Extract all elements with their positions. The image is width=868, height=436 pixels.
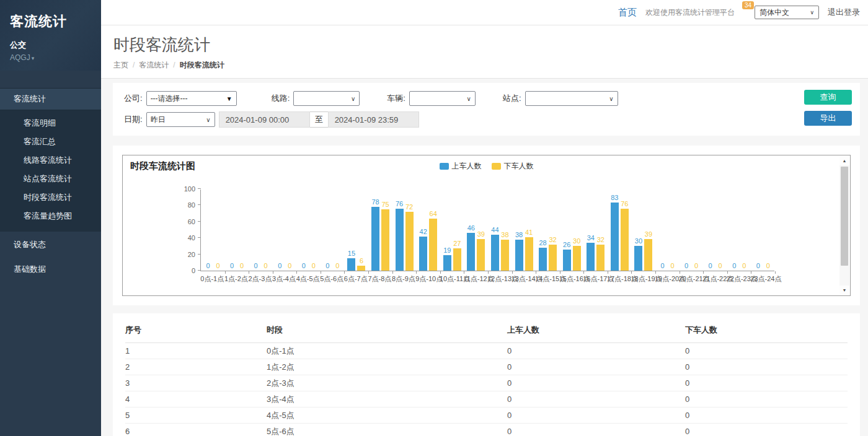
bar-上车人数[interactable] (419, 237, 427, 271)
table-row: 54点-5点00 (125, 408, 848, 424)
chevron-down-icon: ∨ (810, 9, 814, 15)
table-row: 32点-3点00 (125, 375, 848, 391)
bar-value-label: 41 (521, 229, 537, 236)
scrollbar-thumb[interactable] (841, 167, 848, 266)
x-axis-tick (344, 271, 345, 274)
table-cell: 0 (507, 391, 685, 408)
x-axis-label: 15点-16点 (559, 274, 583, 284)
bar-group: 3841 (512, 189, 536, 271)
bar-上车人数[interactable] (587, 243, 595, 271)
language-select[interactable]: 简体中文 ∨ (755, 6, 819, 19)
bar-上车人数[interactable] (634, 246, 642, 271)
bar-下车人数[interactable] (429, 219, 437, 271)
bar-下车人数[interactable] (405, 212, 414, 271)
sidebar-item-客流量趋势图[interactable]: 客流量趋势图 (0, 207, 101, 225)
breadcrumb-item[interactable]: 主页 (113, 61, 128, 69)
station-select[interactable]: ∨ (525, 91, 618, 106)
filter-row-2: 日期: 昨日 ∨ 2024-01-09 00:00 至 2024-01-09 2… (124, 111, 850, 128)
bar-group: 4264 (416, 189, 440, 271)
bar-下车人数[interactable] (596, 245, 604, 271)
bar-上车人数[interactable] (611, 203, 619, 271)
table-header-cell: 序号 (125, 315, 267, 343)
x-axis-tick (416, 271, 417, 274)
y-axis-tick (198, 254, 201, 255)
table-panel: 序号时段上车人数下车人数 10点-1点0021点-2点0032点-3点0043点… (113, 313, 860, 436)
bar-下车人数[interactable] (549, 245, 557, 271)
bar-下车人数[interactable] (621, 209, 629, 271)
x-axis-tick (464, 271, 464, 274)
chart-title: 时段车流统计图 (130, 160, 195, 172)
date-preset-select[interactable]: 昨日 ∨ (146, 112, 215, 127)
sidebar-item-客流明细[interactable]: 客流明细 (0, 114, 101, 133)
sidebar-item-客流汇总[interactable]: 客流汇总 (0, 133, 101, 151)
bar-下车人数[interactable] (381, 209, 389, 271)
date-start-input[interactable]: 2024-01-09 00:00 (219, 111, 310, 128)
company-select[interactable]: ---请选择--- ▼ (146, 91, 237, 106)
user-dropdown[interactable]: AQGJ▾ (10, 53, 91, 62)
bar-下车人数[interactable] (453, 248, 461, 271)
export-button[interactable]: 导出 (804, 111, 852, 126)
breadcrumb-item[interactable]: 客流统计 (139, 61, 169, 69)
breadcrumb-separator: / (173, 61, 175, 69)
scroll-down-icon[interactable]: ▼ (839, 286, 849, 295)
chart-scrollbar[interactable]: ▲ ▼ (839, 156, 849, 295)
bar-下车人数[interactable] (501, 240, 509, 271)
x-axis-tick (631, 271, 632, 274)
sidebar-item-时段客流统计[interactable]: 时段客流统计 (0, 188, 101, 207)
bar-group: 00 (225, 189, 249, 271)
date-label: 日期: (124, 114, 143, 125)
bar-下车人数[interactable] (477, 239, 485, 271)
language-value: 简体中文 (760, 7, 789, 18)
bar-上车人数[interactable] (515, 240, 523, 271)
bar-上车人数[interactable] (563, 250, 571, 271)
bar-下车人数[interactable] (525, 237, 533, 271)
x-axis-label: 16点-17点 (583, 274, 607, 284)
sidebar-item-设备状态[interactable]: 设备状态 (0, 233, 101, 256)
table-header-cell: 上车人数 (507, 315, 685, 343)
sidebar-item-线路客流统计[interactable]: 线路客流统计 (0, 151, 101, 170)
sidebar-section-passenger-stats[interactable]: 客流统计 (0, 88, 101, 110)
query-button[interactable]: 查询 (804, 90, 852, 105)
x-axis-tick (680, 271, 680, 274)
x-axis-tick (655, 271, 656, 274)
bar-上车人数[interactable] (396, 209, 404, 271)
vehicle-select[interactable]: ∨ (409, 91, 476, 106)
line-select[interactable]: ∨ (293, 91, 360, 106)
bar-上车人数[interactable] (371, 207, 379, 271)
bar-value-label: 32 (593, 236, 609, 243)
topbar: 首页 欢迎使用客流统计管理平台 34 简体中文 ∨ 退出登录 (101, 0, 868, 25)
bar-下车人数[interactable] (573, 246, 581, 271)
bar-group: 00 (655, 189, 680, 271)
legend-item-上车人数[interactable]: 上车人数 (440, 161, 482, 172)
bar-上车人数[interactable] (467, 233, 475, 271)
x-axis-label: 10点-11点 (440, 274, 464, 284)
scroll-up-icon[interactable]: ▲ (839, 156, 849, 165)
table-cell: 0 (507, 343, 685, 359)
time-period-table: 序号时段上车人数下车人数 10点-1点0021点-2点0032点-3点0043点… (125, 315, 848, 436)
legend-item-下车人数[interactable]: 下车人数 (492, 161, 534, 172)
date-end-input[interactable]: 2024-01-09 23:59 (328, 111, 419, 128)
bar-下车人数[interactable] (357, 266, 365, 271)
station-label: 站点: (503, 93, 521, 104)
logout-link[interactable]: 退出登录 (828, 7, 860, 18)
table-body: 10点-1点0021点-2点0032点-3点0043点-4点0054点-5点00… (125, 343, 848, 436)
bar-下车人数[interactable] (644, 239, 652, 271)
bar-上车人数[interactable] (443, 255, 451, 271)
bar-group: 00 (249, 189, 273, 271)
bar-group: 00 (273, 189, 297, 271)
bar-上车人数[interactable] (539, 248, 547, 271)
bar-group: 7672 (392, 189, 417, 271)
x-axis-label: 12点-13点 (487, 274, 512, 284)
legend-label: 上车人数 (452, 161, 482, 172)
bar-group: 00 (680, 189, 704, 271)
home-link[interactable]: 首页 (618, 7, 637, 19)
breadcrumb: 主页/客流统计/时段客流统计 (113, 60, 856, 71)
sidebar-item-基础数据[interactable]: 基础数据 (0, 258, 101, 281)
x-axis-tick (775, 271, 776, 274)
x-axis-tick (751, 271, 751, 274)
table-row: 43点-4点00 (125, 391, 848, 408)
bar-value-label: 76 (616, 200, 632, 207)
date-range-separator: 至 (310, 111, 328, 128)
sidebar-item-站点客流统计[interactable]: 站点客流统计 (0, 170, 101, 188)
bar-上车人数[interactable] (491, 235, 499, 271)
